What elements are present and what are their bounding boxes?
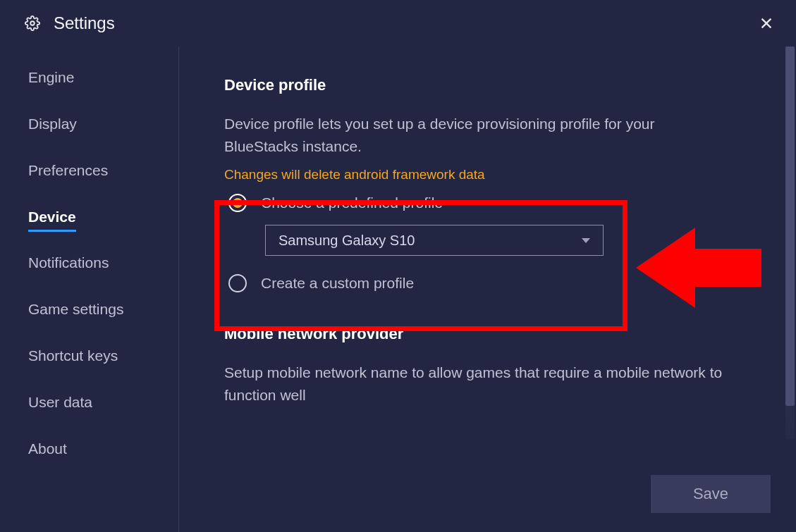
sidebar-item-notifications[interactable]: Notifications <box>28 246 109 278</box>
close-icon <box>759 16 774 31</box>
sidebar-item-shortcut-keys[interactable]: Shortcut keys <box>28 339 118 371</box>
chevron-down-icon <box>582 238 590 243</box>
window-title: Settings <box>54 13 115 33</box>
predefined-profile-label: Choose a predefined profile <box>261 194 443 211</box>
sidebar-item-game-settings[interactable]: Game settings <box>28 292 123 325</box>
sidebar-item-engine[interactable]: Engine <box>28 61 74 93</box>
settings-sidebar: Engine Display Preferences Device Notifi… <box>0 47 179 532</box>
sidebar-item-device[interactable]: Device <box>28 200 76 232</box>
device-profile-title: Device profile <box>224 76 754 94</box>
custom-profile-radio[interactable]: Create a custom profile <box>228 274 754 292</box>
window-header: Settings <box>0 0 796 47</box>
svg-point-0 <box>30 21 35 25</box>
sidebar-item-preferences[interactable]: Preferences <box>28 154 108 186</box>
predefined-profile-radio[interactable]: Choose a predefined profile <box>228 194 754 212</box>
custom-profile-label: Create a custom profile <box>261 275 414 292</box>
device-profile-dropdown-value: Samsung Galaxy S10 <box>278 233 415 249</box>
device-profile-description: Device profile lets you set up a device … <box>224 113 732 157</box>
footer-bar: Save <box>179 456 796 532</box>
radio-icon <box>228 274 247 292</box>
device-profile-warning: Changes will delete android framework da… <box>224 167 754 183</box>
gear-icon <box>24 15 41 32</box>
network-provider-title: Mobile network provider <box>224 325 754 343</box>
save-button-label: Save <box>693 485 728 503</box>
sidebar-item-user-data[interactable]: User data <box>28 385 92 418</box>
settings-content: Device profile Device profile lets you s… <box>179 47 796 441</box>
radio-icon <box>228 194 247 212</box>
scrollbar-thumb[interactable] <box>785 47 795 406</box>
device-profile-dropdown[interactable]: Samsung Galaxy S10 <box>265 225 604 256</box>
save-button[interactable]: Save <box>651 475 771 513</box>
close-button[interactable] <box>757 13 776 33</box>
sidebar-item-display[interactable]: Display <box>28 107 77 140</box>
sidebar-item-about[interactable]: About <box>28 432 67 464</box>
network-provider-description: Setup mobile network name to allow games… <box>224 361 732 406</box>
